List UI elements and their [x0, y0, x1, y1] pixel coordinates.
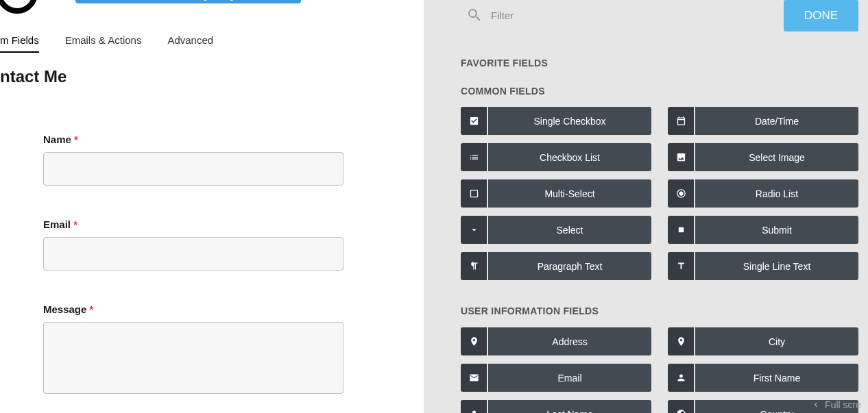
name-input[interactable] [43, 152, 343, 186]
user-icon [461, 400, 487, 413]
field-checkbox-list[interactable]: Checkbox List [461, 143, 651, 171]
field-date-time[interactable]: Date/Time [668, 107, 858, 135]
calendar-icon [668, 107, 694, 135]
editor-tabs: m Fields Emails & Actions Advanced [0, 34, 213, 53]
tab-emails-actions[interactable]: Emails & Actions [65, 34, 142, 53]
radio-icon [668, 179, 694, 208]
field-message[interactable]: Message * [43, 303, 343, 397]
marker-icon [668, 327, 694, 355]
search-icon [466, 7, 483, 23]
form-fields-area: Name * Email * Message * [43, 134, 343, 413]
app-logo [0, 0, 38, 14]
field-library-panel: DONE FAVORITE FIELDS COMMON FIELDS Singl… [424, 0, 868, 413]
message-input[interactable] [43, 322, 343, 394]
userinfo-fields-grid: Address City Email First Name Last Name … [461, 327, 858, 413]
chevron-down-icon [461, 216, 487, 244]
chevron-left-icon [811, 400, 821, 410]
user-icon [668, 364, 694, 392]
field-select-image[interactable]: Select Image [668, 143, 858, 171]
paragraph-icon [461, 252, 487, 280]
field-single-checkbox[interactable]: Single Checkbox [461, 107, 651, 135]
field-single-line-text[interactable]: Single Line Text [668, 252, 858, 280]
message-label: Message * [43, 303, 343, 315]
checkbox-icon [461, 107, 487, 135]
field-multi-select[interactable]: Multi-Select [461, 179, 651, 208]
form-title[interactable]: ntact Me [0, 67, 67, 86]
required-star: * [73, 218, 77, 230]
required-star: * [74, 134, 78, 145]
text-cursor-icon [668, 252, 694, 280]
stop-icon [668, 216, 694, 244]
done-button[interactable]: DONE [784, 0, 858, 32]
name-label: Name * [43, 134, 343, 145]
top-banner: borders, & more without writing a single… [0, 0, 424, 12]
square-icon [461, 179, 487, 208]
field-last-name[interactable]: Last Name [461, 400, 651, 413]
field-city[interactable]: City [668, 327, 858, 355]
common-fields-heading: COMMON FIELDS [461, 86, 545, 97]
field-email[interactable]: Email [461, 364, 651, 392]
field-name[interactable]: Name * [43, 134, 343, 186]
email-label: Email * [43, 218, 343, 230]
field-paragraph-text[interactable]: Paragraph Text [461, 252, 651, 280]
field-select[interactable]: Select [461, 216, 651, 244]
email-input[interactable] [43, 237, 343, 271]
tab-advanced[interactable]: Advanced [167, 34, 213, 53]
globe-icon [668, 400, 694, 413]
form-preview-panel: borders, & more without writing a single… [0, 0, 424, 413]
image-icon [668, 143, 694, 171]
field-email[interactable]: Email * [43, 218, 343, 271]
user-info-heading: USER INFORMATION FIELDS [461, 305, 599, 316]
field-submit[interactable]: Submit [668, 216, 858, 244]
svg-rect-0 [678, 227, 684, 233]
tab-form-fields[interactable]: m Fields [0, 34, 39, 53]
field-address[interactable]: Address [461, 327, 651, 355]
banner-message: borders, & more without writing a single… [75, 0, 301, 3]
envelope-icon [461, 364, 487, 392]
favorite-fields-heading: FAVORITE FIELDS [461, 58, 548, 68]
fullscreen-indicator[interactable]: Full scre [811, 399, 861, 410]
required-star: * [90, 303, 94, 315]
field-first-name[interactable]: First Name [668, 364, 858, 392]
common-fields-grid: Single Checkbox Date/Time Checkbox List … [461, 107, 858, 280]
field-radio-list[interactable]: Radio List [668, 179, 858, 208]
list-icon [461, 143, 487, 171]
marker-icon [461, 327, 487, 355]
